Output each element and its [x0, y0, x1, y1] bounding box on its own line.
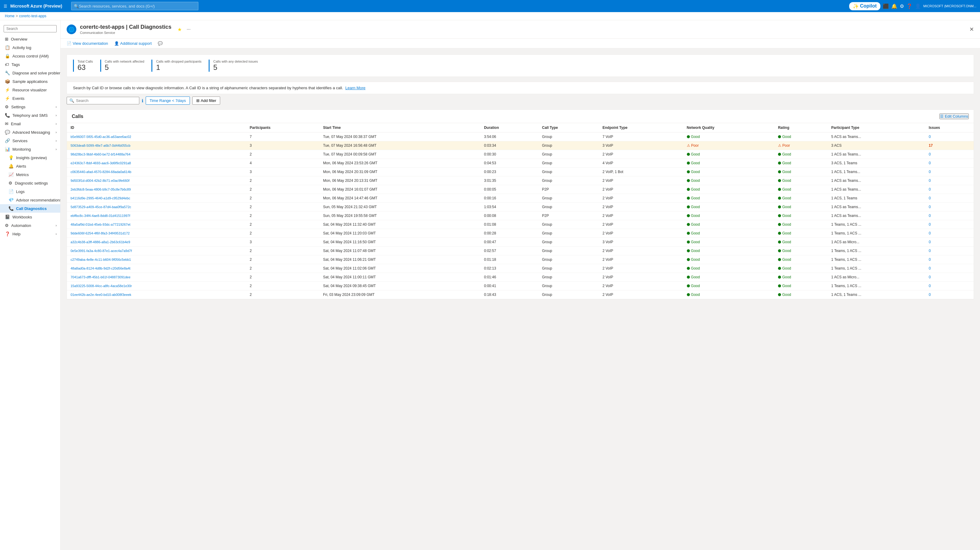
edit-columns-button[interactable]: ☰ Edit Columns: [939, 113, 969, 119]
call-id-link-16[interactable]: 7041a673-dfff-45b1-b61f-048873091dee: [70, 275, 130, 279]
sidebar-item-sample-apps[interactable]: 📦Sample applications: [0, 77, 60, 86]
sidebar-item-overview[interactable]: ⊞Overview: [0, 35, 60, 43]
learn-more-link[interactable]: Learn More: [345, 86, 365, 90]
sidebar-label-alerts: Alerts: [16, 164, 26, 168]
start-time-cell: Mon, 06 May 2024 20:31:09 GMT: [320, 168, 480, 176]
sidebar-search-container: [0, 23, 60, 35]
table-row: b4116d9e-2995-4640-a1d9-c9529d4ebc 2 Mon…: [67, 194, 974, 203]
call-id-link-5[interactable]: 9d503f1d-d004-42b2-8b71-e0ac9fe660f: [70, 179, 130, 182]
col-header-participants[interactable]: Participants: [246, 123, 320, 133]
view-documentation-link[interactable]: 📄 View documentation: [67, 41, 108, 46]
sidebar-item-tags[interactable]: 🏷Tags: [0, 60, 60, 69]
call-id-link-17[interactable]: 15a93225-5008-44cc-a8fc-4aca58e1e30r: [70, 284, 132, 288]
sidebar-item-call-diagnostics[interactable]: 📞Call Diagnostics: [0, 204, 60, 213]
duration-cell: 0:00:41: [480, 282, 538, 290]
start-time-cell: Sat, 04 May 2024 09:38:45 GMT: [320, 282, 480, 290]
call-id-link-3[interactable]: e24363c7-fbbf-4693-aac6-3d6f9c0291a8: [70, 161, 131, 165]
col-header-call-type[interactable]: Call Type: [538, 123, 599, 133]
hamburger-icon[interactable]: ☰: [4, 4, 7, 8]
sidebar-item-telephony-sms[interactable]: 📞Telephony and SMS›: [0, 111, 60, 119]
feedback-link[interactable]: 💬: [158, 41, 162, 46]
additional-support-link[interactable]: 👤 Additional support: [114, 41, 152, 46]
sidebar-item-workbooks[interactable]: 📓Workbooks: [0, 213, 60, 221]
endpoint-type-cell: 4 VoIP: [599, 159, 683, 168]
sidebar-item-insights[interactable]: 💡Insights (preview): [0, 154, 60, 162]
col-header-rating[interactable]: Rating: [774, 123, 828, 133]
sidebar-label-metrics: Metrics: [16, 173, 29, 177]
call-id-link-2[interactable]: 98d28bc3-9bbf-4b60-be72-bf14488a764: [70, 152, 130, 156]
calls-search-box[interactable]: 🔍: [67, 97, 139, 105]
copilot-button[interactable]: ✨ Copilot: [849, 2, 880, 10]
sidebar-item-events[interactable]: ⚡Events: [0, 94, 60, 103]
issues-cell: 0: [925, 168, 974, 176]
inner-content: Total Calls63Calls with network affected…: [60, 48, 980, 306]
issues-cell: 17: [925, 141, 974, 150]
time-range-button[interactable]: Time Range < 7days: [146, 97, 190, 105]
calls-search-input[interactable]: [76, 98, 137, 103]
sidebar-item-access-control[interactable]: 🔒Access control (IAM): [0, 52, 60, 60]
call-id-link-14[interactable]: c2749aba-4e8e-4c11-b604-9f056c5ebb1: [70, 258, 131, 262]
help-icon[interactable]: ❓: [907, 3, 912, 9]
sidebar-item-metrics[interactable]: 📈Metrics: [0, 170, 60, 179]
close-button[interactable]: ✕: [969, 26, 974, 33]
call-id-link-15[interactable]: 48a8ad0a-8124-4d8b-9d2f-c20d56e8a4t: [70, 266, 130, 270]
call-id-link-4[interactable]: c0635440-afad-4570-8284-68ada0a614b: [70, 170, 131, 174]
endpoint-type-cell: 7 VoIP: [599, 133, 683, 141]
global-search-input[interactable]: [79, 4, 196, 8]
table-row: a32c4b38-a3ff-4886-a8a1-2b63c61b4e9 3 Sa…: [67, 238, 974, 247]
sidebar-item-diagnostic-settings[interactable]: ⚙Diagnostic settings: [0, 179, 60, 187]
call-id-link-8[interactable]: 5d873529-a409-45ce-87d4-baa0f9a572c: [70, 205, 131, 209]
info-icon[interactable]: ℹ: [142, 98, 143, 103]
sidebar-item-advisor-recommendations[interactable]: 💎Advisor recommendations: [0, 196, 60, 204]
cloud-shell-icon[interactable]: ⬛: [883, 3, 889, 9]
duration-cell: 0:00:05: [480, 185, 538, 194]
call-id-link-0[interactable]: b5e96007-5f05-45d0-ac36-a63aee6ac02: [70, 135, 131, 139]
breadcrumb-resource[interactable]: corertc-test-apps: [19, 14, 46, 18]
call-id-link-7[interactable]: b4116d9e-2995-4640-a1d9-c9529d4ebc: [70, 197, 130, 200]
user-icon[interactable]: 👤: [915, 3, 921, 9]
col-header-start-time[interactable]: Start Time: [320, 123, 480, 133]
sidebar-item-monitoring[interactable]: 📊Monitoring›: [0, 145, 60, 154]
call-id-link-11[interactable]: 9dde606f-6254-4f6f-8fa3-34f49531d172: [70, 231, 130, 235]
duration-cell: 0:02:13: [480, 264, 538, 273]
sidebar-item-logs[interactable]: 📄Logs: [0, 187, 60, 196]
network-quality-cell: Good: [683, 168, 774, 176]
favorite-star[interactable]: ★: [177, 27, 182, 32]
network-quality-cell: Good: [683, 238, 774, 247]
doc-icon: 📄: [67, 41, 72, 46]
call-id-link-6[interactable]: 2eb3fdc8-5eaa-4806-b9c7-05c8e7b6c89: [70, 187, 131, 191]
sidebar-item-help[interactable]: ❓Help›: [0, 230, 60, 238]
col-header-duration[interactable]: Duration: [480, 123, 538, 133]
notifications-icon[interactable]: 🔔: [891, 3, 897, 9]
sidebar-item-email[interactable]: ✉Email›: [0, 119, 60, 128]
sidebar-item-automation[interactable]: ⚙Automation›: [0, 221, 60, 230]
call-id-link-1[interactable]: 5063dea8-5099-48e7-a6b7-0d44b055cb: [70, 144, 130, 147]
col-header-endpoint-type[interactable]: Endpoint Type: [599, 123, 683, 133]
sidebar-item-activity-log[interactable]: 📋Activity log: [0, 43, 60, 52]
sidebar-search-input[interactable]: [4, 25, 57, 32]
sidebar-item-diagnose[interactable]: 🔧Diagnose and solve problems: [0, 69, 60, 77]
sidebar-item-alerts[interactable]: 🔔Alerts: [0, 162, 60, 170]
col-header-network-quality[interactable]: Network Quality: [683, 123, 774, 133]
call-id-link-13[interactable]: 0e5e3991-fa3a-4c80-87e1-acec4a7a9d7f: [70, 249, 132, 253]
sidebar-item-resource-visualizer[interactable]: ⚡Resource visualizer: [0, 86, 60, 94]
col-header-participant-type[interactable]: Participant Type: [828, 123, 925, 133]
participants-cell: 2: [246, 150, 320, 159]
global-search-bar[interactable]: 🔍: [71, 2, 198, 10]
breadcrumb-home[interactable]: Home: [5, 14, 14, 18]
sidebar-item-services[interactable]: 🔗Services›: [0, 136, 60, 145]
add-filter-button[interactable]: ⊞ Add filter: [192, 97, 220, 105]
call-id-link-12[interactable]: a32c4b38-a3ff-4886-a8a1-2b63c61b4e9: [70, 240, 130, 244]
col-header-issues[interactable]: Issues: [925, 123, 974, 133]
participant-type-cell: 1 ACS, 1 Teams...: [828, 168, 925, 176]
sidebar-item-advanced-messaging[interactable]: 💬Advanced Messaging›: [0, 128, 60, 136]
endpoint-type-cell: 2 VoIP: [599, 264, 683, 273]
call-id-link-9[interactable]: ebffbc8c-34f4-4ae8-8dd8-01d41511997f: [70, 214, 130, 217]
call-id-link-10[interactable]: 48a5af9d-01bd-45eb-93dc-a77219267et: [70, 223, 130, 226]
settings-icon[interactable]: ⚙: [900, 3, 904, 9]
more-options-icon[interactable]: ···: [186, 27, 191, 32]
col-header-id[interactable]: ID: [67, 123, 246, 133]
call-id-link-18[interactable]: 01ee442b-ae2e-4ee0-bd10-ab008f3eeek: [70, 293, 131, 296]
sidebar-item-settings[interactable]: ⚙Settings›: [0, 103, 60, 111]
start-time-cell: Sun, 05 May 2024 21:32:43 GMT: [320, 203, 480, 211]
